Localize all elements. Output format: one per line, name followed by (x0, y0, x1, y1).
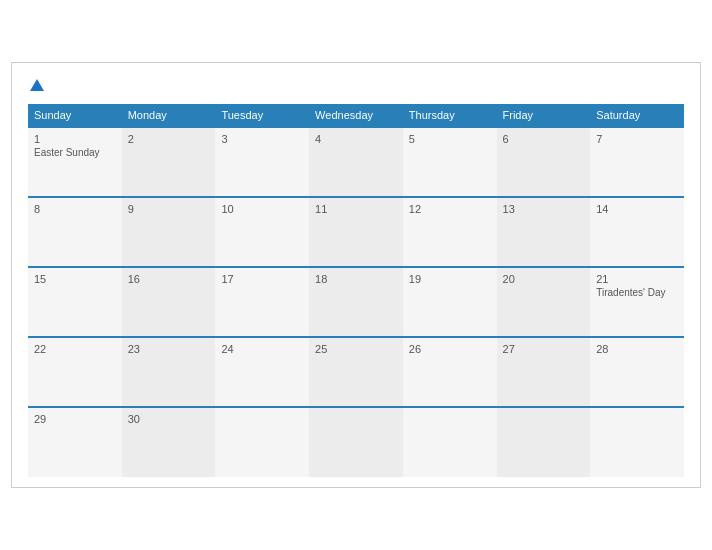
weekday-header-saturday: Saturday (590, 104, 684, 127)
day-number: 10 (221, 203, 303, 215)
day-cell: 19 (403, 267, 497, 337)
day-number: 11 (315, 203, 397, 215)
day-number: 19 (409, 273, 491, 285)
day-cell: 22 (28, 337, 122, 407)
week-row-1: 1Easter Sunday234567 (28, 127, 684, 197)
day-cell: 24 (215, 337, 309, 407)
day-event: Tiradentes' Day (596, 287, 678, 298)
day-number: 2 (128, 133, 210, 145)
week-row-3: 15161718192021Tiradentes' Day (28, 267, 684, 337)
day-cell (309, 407, 403, 477)
day-cell: 8 (28, 197, 122, 267)
weekday-header-monday: Monday (122, 104, 216, 127)
day-cell: 25 (309, 337, 403, 407)
day-number: 16 (128, 273, 210, 285)
day-number: 9 (128, 203, 210, 215)
day-cell: 30 (122, 407, 216, 477)
day-cell: 9 (122, 197, 216, 267)
day-number: 4 (315, 133, 397, 145)
day-number: 3 (221, 133, 303, 145)
day-number: 20 (503, 273, 585, 285)
week-row-2: 891011121314 (28, 197, 684, 267)
day-number: 6 (503, 133, 585, 145)
day-number: 24 (221, 343, 303, 355)
day-number: 23 (128, 343, 210, 355)
day-cell: 28 (590, 337, 684, 407)
weekday-header-friday: Friday (497, 104, 591, 127)
day-cell: 18 (309, 267, 403, 337)
weekday-header-thursday: Thursday (403, 104, 497, 127)
day-event: Easter Sunday (34, 147, 116, 158)
day-cell: 4 (309, 127, 403, 197)
day-number: 28 (596, 343, 678, 355)
calendar-table: SundayMondayTuesdayWednesdayThursdayFrid… (28, 104, 684, 477)
day-cell (403, 407, 497, 477)
day-number: 18 (315, 273, 397, 285)
weekday-header-tuesday: Tuesday (215, 104, 309, 127)
day-cell: 21Tiradentes' Day (590, 267, 684, 337)
week-row-5: 2930 (28, 407, 684, 477)
day-cell: 1Easter Sunday (28, 127, 122, 197)
day-number: 5 (409, 133, 491, 145)
day-cell: 7 (590, 127, 684, 197)
day-cell (215, 407, 309, 477)
day-number: 25 (315, 343, 397, 355)
weekday-header-sunday: Sunday (28, 104, 122, 127)
day-cell: 20 (497, 267, 591, 337)
day-cell: 5 (403, 127, 497, 197)
day-number: 27 (503, 343, 585, 355)
week-row-4: 22232425262728 (28, 337, 684, 407)
day-cell: 27 (497, 337, 591, 407)
calendar-header (28, 79, 684, 90)
day-number: 17 (221, 273, 303, 285)
day-cell: 15 (28, 267, 122, 337)
day-number: 7 (596, 133, 678, 145)
day-cell: 16 (122, 267, 216, 337)
day-number: 8 (34, 203, 116, 215)
day-cell: 17 (215, 267, 309, 337)
day-cell: 11 (309, 197, 403, 267)
day-cell: 10 (215, 197, 309, 267)
day-cell: 3 (215, 127, 309, 197)
weekday-header-row: SundayMondayTuesdayWednesdayThursdayFrid… (28, 104, 684, 127)
day-cell: 26 (403, 337, 497, 407)
day-cell: 12 (403, 197, 497, 267)
weekday-header-wednesday: Wednesday (309, 104, 403, 127)
calendar-container: SundayMondayTuesdayWednesdayThursdayFrid… (11, 62, 701, 488)
day-number: 13 (503, 203, 585, 215)
logo (28, 79, 44, 90)
day-cell: 2 (122, 127, 216, 197)
logo-triangle-icon (30, 79, 44, 91)
day-cell: 23 (122, 337, 216, 407)
day-number: 15 (34, 273, 116, 285)
day-cell: 13 (497, 197, 591, 267)
day-number: 22 (34, 343, 116, 355)
day-number: 14 (596, 203, 678, 215)
day-cell: 6 (497, 127, 591, 197)
day-number: 26 (409, 343, 491, 355)
day-number: 30 (128, 413, 210, 425)
day-cell (590, 407, 684, 477)
day-number: 12 (409, 203, 491, 215)
day-number: 29 (34, 413, 116, 425)
day-cell: 29 (28, 407, 122, 477)
day-cell: 14 (590, 197, 684, 267)
day-number: 21 (596, 273, 678, 285)
day-cell (497, 407, 591, 477)
day-number: 1 (34, 133, 116, 145)
